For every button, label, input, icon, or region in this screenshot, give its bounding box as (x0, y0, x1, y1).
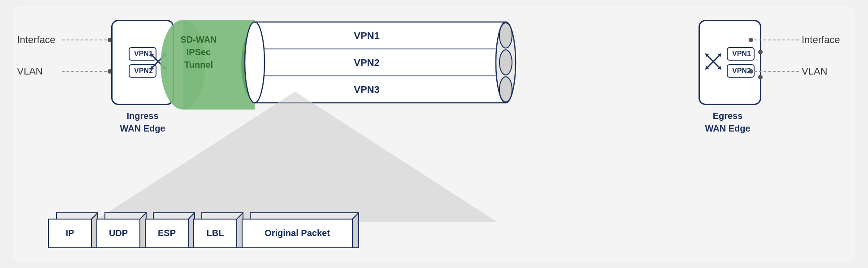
right-vlan-dot (749, 69, 753, 74)
svg-text:UDP: UDP (109, 228, 128, 238)
right-interface-dashed-line (754, 40, 799, 40)
right-vlan-row: VLAN (748, 66, 846, 77)
svg-point-16 (499, 23, 512, 48)
svg-point-18 (499, 77, 512, 102)
svg-point-14 (245, 22, 265, 103)
right-interface-label: Interface (802, 34, 846, 46)
left-vlan-dashed-line (62, 71, 107, 72)
egress-arrows-icon (703, 52, 723, 73)
svg-marker-39 (153, 213, 195, 219)
right-vlan-label: VLAN (802, 66, 846, 77)
svg-text:LBL: LBL (207, 228, 224, 238)
svg-marker-43 (202, 213, 243, 219)
packet-original: Original Packet (242, 213, 359, 253)
svg-marker-48 (352, 213, 359, 248)
svg-text:VPN2: VPN2 (354, 57, 379, 68)
svg-text:ESP: ESP (158, 228, 176, 238)
right-interface-row: Interface (748, 34, 846, 46)
packet-lbl: LBL (194, 213, 243, 253)
left-interface-dashed-line (62, 40, 107, 40)
tunnel-label: SD-WAN IPSec Tunnel (172, 33, 226, 71)
svg-point-17 (499, 50, 512, 75)
svg-text:Original Packet: Original Packet (265, 228, 330, 238)
left-vlan-row: VLAN (17, 66, 113, 77)
left-labels: Interface VLAN (17, 34, 113, 97)
egress-label: Egress WAN Edge (687, 110, 768, 135)
left-interface-row: Interface (17, 34, 113, 46)
svg-marker-47 (250, 213, 359, 219)
svg-marker-30 (93, 92, 497, 222)
diagram-container: Interface VLAN VPN1 VPN2 (13, 6, 855, 262)
packet-udp: UDP (97, 213, 146, 253)
right-vlan-dashed-line (754, 71, 799, 72)
left-interface-label: Interface (17, 34, 62, 46)
svg-text:VPN1: VPN1 (354, 30, 379, 41)
packet-ip: IP (48, 213, 98, 253)
packet-esp: ESP (145, 213, 195, 253)
svg-marker-35 (105, 213, 146, 219)
svg-text:IP: IP (66, 228, 74, 238)
right-labels: Interface VLAN (748, 34, 846, 97)
left-vlan-label: VLAN (17, 66, 62, 77)
svg-marker-31 (56, 213, 98, 219)
right-interface-dot (749, 38, 753, 42)
svg-rect-11 (255, 22, 506, 103)
packet-row: IP UDP ESP (48, 213, 359, 253)
triangle-svg (93, 92, 497, 222)
